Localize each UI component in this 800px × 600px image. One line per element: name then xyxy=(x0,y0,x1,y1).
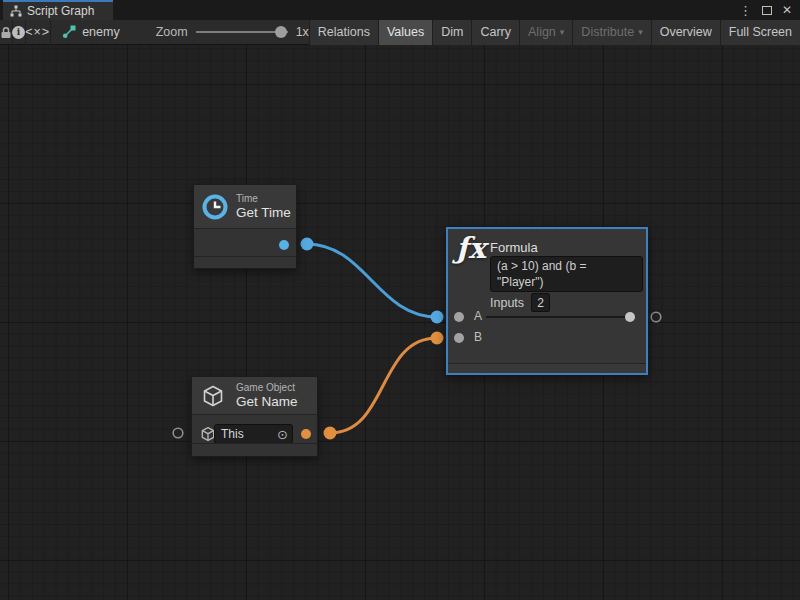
node-header-text: Time Get Time xyxy=(236,193,291,222)
tab-bar: Script Graph ⋮ ✕ xyxy=(0,0,800,20)
formula-output-port-ring[interactable] xyxy=(651,312,661,322)
connection-endpoint-blue[interactable] xyxy=(431,311,444,324)
time-output-port[interactable] xyxy=(279,240,289,250)
node-header: Time Get Time xyxy=(194,185,296,229)
chevron-down-icon: ▾ xyxy=(560,28,565,37)
toolbar-toggle-group: Relations Values Dim Carry Align ▾ Distr… xyxy=(309,20,800,45)
fullscreen-button[interactable]: Full Screen xyxy=(721,20,800,45)
zoom-control: Zoom 1x xyxy=(156,25,309,39)
info-button[interactable]: i xyxy=(12,20,25,45)
node-header-text: Game Object Get Name xyxy=(236,382,298,411)
distribute-dropdown[interactable]: Distribute ▾ xyxy=(573,20,651,45)
node-category: Time xyxy=(236,193,291,205)
node-title: Get Time xyxy=(236,205,291,222)
node-footer xyxy=(448,363,646,373)
inputs-count-field[interactable]: 2 xyxy=(531,293,550,312)
tab-script-graph[interactable]: Script Graph xyxy=(3,0,113,20)
formula-input-port-a[interactable] xyxy=(454,312,464,322)
zoom-slider[interactable] xyxy=(196,25,288,39)
target-object-value: This xyxy=(221,427,277,441)
game-object-input-port-ring[interactable] xyxy=(173,428,183,438)
close-icon[interactable]: ✕ xyxy=(782,4,792,16)
clock-icon xyxy=(201,193,229,221)
formula-output-port[interactable] xyxy=(625,312,635,322)
connections-layer xyxy=(0,45,800,600)
node-footer xyxy=(192,443,317,456)
getname-output-port[interactable] xyxy=(301,429,311,439)
lock-button[interactable] xyxy=(0,20,12,45)
node-title: Get Name xyxy=(236,394,298,411)
graph-toolbar: i <×> enemy Zoom 1x Relations Values xyxy=(0,20,800,45)
graph-hierarchy-icon xyxy=(10,5,22,17)
script-graph-window: Script Graph ⋮ ✕ i <×> xyxy=(0,0,800,600)
code-icon: <×> xyxy=(25,25,50,39)
node-formula[interactable]: ƒx Formula (a > 10) and (b = "Player") I… xyxy=(446,227,648,375)
code-view-button[interactable]: <×> xyxy=(25,20,50,45)
node-title: Formula xyxy=(490,240,538,255)
dim-toggle[interactable]: Dim xyxy=(433,20,472,45)
node-header: Game Object Get Name xyxy=(192,377,317,415)
port-a-relation-line xyxy=(486,316,627,318)
graph-breadcrumb[interactable]: enemy xyxy=(62,25,120,39)
connection-getname-to-formula-b[interactable] xyxy=(330,338,437,433)
formula-input-port-b[interactable] xyxy=(454,333,464,343)
node-get-name[interactable]: Game Object Get Name This ⊙ xyxy=(191,376,318,457)
overview-button[interactable]: Overview xyxy=(652,20,721,45)
port-a-label: A xyxy=(474,309,482,323)
graph-canvas[interactable]: Time Get Time ƒx Formula (a > 10) and (b… xyxy=(0,45,800,600)
maximize-icon[interactable] xyxy=(762,6,772,15)
cube-icon xyxy=(201,384,225,408)
inputs-row: Inputs 2 xyxy=(490,293,550,312)
values-toggle[interactable]: Values xyxy=(379,20,433,45)
lock-icon xyxy=(0,26,12,39)
connection-time-to-formula-a[interactable] xyxy=(307,244,437,317)
zoom-slider-track xyxy=(196,31,288,33)
zoom-value: 1x xyxy=(296,25,309,39)
zoom-slider-handle[interactable] xyxy=(275,26,287,38)
formula-expression-input[interactable]: (a > 10) and (b = "Player") xyxy=(490,256,643,292)
node-category: Game Object xyxy=(236,382,298,394)
relations-toggle[interactable]: Relations xyxy=(310,20,379,45)
align-dropdown[interactable]: Align ▾ xyxy=(520,20,573,45)
tab-title: Script Graph xyxy=(27,4,94,18)
graph-name-label: enemy xyxy=(82,25,120,39)
chevron-down-icon: ▾ xyxy=(638,28,643,37)
window-menu-icon[interactable]: ⋮ xyxy=(739,4,752,17)
connection-endpoint-orange[interactable] xyxy=(324,427,337,440)
node-footer xyxy=(194,256,296,268)
port-b-label: B xyxy=(474,330,482,344)
target-object-field[interactable]: This ⊙ xyxy=(214,424,293,444)
connection-endpoint-orange[interactable] xyxy=(431,332,444,345)
fx-icon: ƒx xyxy=(456,231,486,265)
object-picker-icon[interactable]: ⊙ xyxy=(277,428,288,441)
window-controls: ⋮ ✕ xyxy=(739,0,796,20)
inputs-label: Inputs xyxy=(490,296,524,310)
info-icon: i xyxy=(12,26,25,39)
node-get-time[interactable]: Time Get Time xyxy=(193,184,297,269)
script-graph-asset-icon xyxy=(62,25,76,39)
connection-endpoint-blue[interactable] xyxy=(301,238,314,251)
zoom-label: Zoom xyxy=(156,25,188,39)
carry-toggle[interactable]: Carry xyxy=(472,20,520,45)
